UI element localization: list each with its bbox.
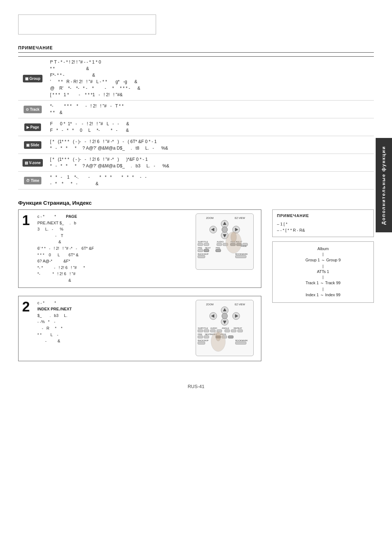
slide-icon: ▣	[26, 142, 29, 148]
page-number: RUS-41	[18, 384, 374, 389]
svg-rect-63	[204, 335, 209, 338]
note-right-header: ПРИМЕЧАНИЕ	[277, 213, 369, 219]
hierarchy-track1: Track 1	[306, 281, 319, 285]
step2-line2: - -% * -	[37, 319, 56, 324]
svg-text:PAGE: PAGE	[241, 245, 246, 247]
top-input-box	[18, 15, 156, 34]
step1-line4: &	[37, 240, 61, 244]
hierarchy-tilde1: ~	[322, 257, 324, 263]
hierarchy-album-row: Album	[278, 246, 368, 251]
track-text: *- * * * * - ! 2! ! "# - T * * * * &	[47, 101, 374, 118]
svg-text:PRE: PRE	[198, 247, 202, 249]
svg-text:BOOKMARK: BOOKMARK	[236, 253, 248, 255]
hierarchy-album: Album	[317, 246, 328, 251]
track-icon: ⊙	[26, 107, 29, 112]
svg-text:EZ VIEW: EZ VIEW	[235, 217, 245, 219]
group-icon-badge: ▦ Group	[23, 75, 42, 82]
function-section-title: Функция Страница, Индекс	[18, 200, 374, 206]
notes-table: ▦ Group f* T - * - * ! 2! ! "# - - * 1 *…	[18, 56, 374, 189]
page-icon: ▶	[26, 125, 29, 130]
svg-point-71	[216, 332, 221, 341]
left-content: 1 c - * * PAGE PRE./NEXT $_ . b 3 L. - %…	[18, 209, 261, 369]
vzone-icon: ▤	[25, 160, 28, 166]
svg-rect-51	[204, 329, 209, 332]
svg-rect-31	[198, 256, 205, 258]
step1-line9: *- * ! 2! 6 ! "#	[37, 272, 75, 276]
svg-text:REPEAT: REPEAT	[234, 327, 242, 329]
step2-remote-image: ZOOM EZ VIEW	[196, 300, 257, 357]
svg-text:AUDIO: AUDIO	[217, 241, 224, 243]
hierarchy-index1: Index 1	[306, 293, 319, 297]
svg-text:ANGLE: ANGLE	[222, 327, 229, 329]
note-right-line2: – - * [ * * R - R&	[277, 227, 369, 234]
svg-rect-62	[198, 335, 203, 338]
slide-icon-badge: ▣ Slide	[24, 141, 41, 149]
table-row: ▤ V-zone [ * (1* * * ( - )- - ! 2! 6 ! "…	[18, 154, 374, 172]
step1-line8: *- * - ! 2! 6 ! "# *	[37, 265, 85, 270]
step1-page-label: PAGE	[66, 214, 77, 219]
step2-number: 2	[22, 300, 33, 314]
time-icon: ⏱	[26, 178, 30, 183]
note-box-right: ПРИМЕЧАНИЕ – 1 [ * – - * [ * * R - R&	[272, 209, 374, 237]
svg-text:SUBTITLE: SUBTITLE	[198, 327, 208, 329]
table-row: ▶ Page F 0 * 1* - - ! 2! ! "# L - - & F …	[18, 118, 374, 136]
svg-text:PRE.: PRE.	[216, 247, 221, 249]
step2-index-pre-next: INDEX PRE./NEXT	[37, 307, 72, 311]
step1-clabel: c - * *	[37, 214, 56, 219]
step2-block: 2 c - * * INDEX PRE./NEXT $_ . b3 L. - -…	[18, 296, 261, 361]
slide-text: [ * (1* * * ( - )- - ! 2! 6 ! "# -* ) - …	[47, 136, 374, 154]
svg-rect-14	[204, 243, 209, 246]
step2-text: c - * * INDEX PRE./NEXT $_ . b3 L. - -% …	[37, 300, 191, 357]
svg-text:PRE: PRE	[198, 333, 202, 335]
step2-clabel: c - * *	[37, 301, 56, 305]
step1-remote-image: ZOOM EZ VIEW	[196, 213, 257, 284]
table-row: ⊙ Track *- * * * * - ! 2! ! "# - T * * *…	[18, 101, 374, 118]
step2-line3: - R * *	[37, 326, 62, 330]
group-icon: ▦	[25, 76, 28, 81]
svg-rect-55	[231, 329, 236, 332]
hierarchy-atts1: ATTs 1	[317, 269, 329, 274]
svg-rect-65	[228, 335, 233, 338]
page-text: F 0 * 1* - - ! 2! ! "# L - - & F * - * *…	[47, 118, 374, 136]
svg-rect-69	[236, 342, 246, 344]
svg-rect-26	[198, 249, 203, 252]
sidebar-label: Дополнительные функции	[376, 138, 392, 232]
vzone-icon-badge: ▤ V-zone	[23, 159, 43, 167]
svg-rect-15	[217, 243, 222, 246]
step1-line10: &	[37, 278, 71, 282]
svg-rect-52	[211, 329, 216, 332]
table-row: ▦ Group f* T - * - * ! 2! ! "# - - * 1 *…	[18, 57, 374, 101]
svg-point-45	[222, 313, 228, 319]
hierarchy-group1: Group 1	[305, 258, 320, 262]
track-icon-badge: ⊙ Track	[24, 106, 41, 113]
svg-text:ZOOM: ZOOM	[206, 217, 214, 219]
svg-text:NEXT: NEXT	[205, 247, 211, 249]
svg-text:ZOOM: ZOOM	[206, 303, 214, 305]
svg-text:EZ VIEW: EZ VIEW	[235, 303, 245, 305]
note-section-header: ПРИМЕЧАНИЕ	[18, 45, 374, 50]
svg-rect-13	[198, 243, 203, 246]
svg-text:NEXT: NEXT	[205, 333, 211, 335]
step1-line3: - T	[37, 233, 63, 238]
svg-rect-32	[236, 256, 246, 258]
svg-rect-50	[198, 329, 203, 332]
hierarchy-group-row: Group 1 ~ Group 9	[278, 257, 368, 263]
time-icon-badge: ⏱ Time	[24, 177, 41, 184]
table-row: ▣ Slide [ * (1* * * ( - )- - ! 2! 6 ! "#…	[18, 136, 374, 154]
svg-point-34	[231, 232, 237, 242]
hierarchy-tilde2: ~	[320, 280, 323, 286]
step2-line5: - &	[37, 339, 60, 343]
svg-text:AUDIO: AUDIO	[211, 327, 217, 329]
hierarchy-track99: Track 99	[325, 281, 340, 285]
table-row: ⏱ Time * * - 1 *-. - * * * * * * - - - *…	[18, 172, 374, 189]
hierarchy-track-row: Track 1 ~ Track 99	[278, 280, 368, 286]
svg-rect-54	[225, 329, 230, 332]
step1-line2: 3 L. - %	[37, 227, 64, 231]
svg-point-10	[222, 227, 228, 233]
svg-text:BACKSKIP: BACKSKIP	[198, 339, 209, 341]
svg-rect-27	[204, 249, 209, 252]
hierarchy-atts-row: ATTs 1	[278, 269, 368, 274]
svg-rect-56	[238, 329, 243, 332]
vzone-text: [ * (1* * * ( - )- - ! 2! 6 ! "# -* ) )*…	[47, 154, 374, 172]
svg-rect-28	[216, 249, 221, 252]
